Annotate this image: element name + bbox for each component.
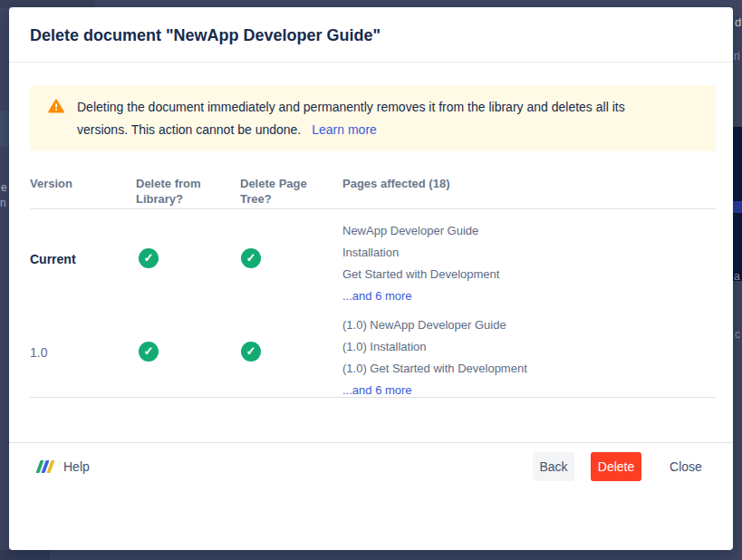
background-app-peek-left-panel (0, 111, 9, 147)
page-title: Get Started with Development (342, 264, 499, 285)
page-title: Installation (342, 242, 499, 264)
show-more-pages-link[interactable]: ...and 6 more (342, 289, 412, 303)
warning-message: Deleting the document immediately and pe… (77, 96, 677, 141)
pages-affected-list: (1.0) NewApp Developer Guide (1.0) Insta… (342, 314, 527, 401)
close-button[interactable]: Close (660, 452, 712, 481)
background-clipped-text: e (1, 181, 7, 194)
footer-divider (9, 442, 733, 443)
column-header-delete-page-tree: Delete Page Tree? (240, 176, 316, 207)
k15t-logo-icon (36, 459, 54, 474)
delete-document-dialog: Delete document "NewApp Developer Guide"… (9, 7, 733, 550)
warning-banner: Deleting the document immediately and pe… (30, 85, 716, 151)
background-app-peek-bottom (0, 550, 50, 560)
column-header-version: Version (30, 176, 72, 191)
check-circle-icon: ✓ (139, 342, 159, 362)
page-title: (1.0) NewApp Developer Guide (342, 314, 527, 336)
check-circle-icon: ✓ (241, 342, 261, 362)
column-header-delete-from-library: Delete from Library? (136, 176, 212, 207)
version-cell-current: Current (30, 252, 76, 266)
check-circle-icon: ✓ (139, 248, 159, 268)
show-more-pages-link[interactable]: ...and 6 more (342, 383, 412, 397)
page-title: (1.0) Get Started with Development (342, 358, 527, 380)
background-clipped-text: a (734, 270, 740, 283)
background-clipped-text: c (735, 328, 740, 341)
learn-more-link[interactable]: Learn more (312, 122, 377, 137)
dialog-title: Delete document "NewApp Developer Guide" (30, 26, 381, 45)
page-title: NewApp Developer Guide (342, 220, 499, 242)
background-app-peek-top (0, 0, 95, 7)
background-clipped-text: d (735, 16, 741, 29)
column-header-pages-affected: Pages affected (18) (342, 176, 450, 191)
background-clipped-text: ri (734, 50, 740, 63)
table-bottom-divider (30, 397, 716, 398)
table-header-divider (30, 208, 716, 209)
header-divider (9, 62, 733, 63)
delete-button[interactable]: Delete (591, 452, 641, 481)
background-app-peek-right-highlight (733, 201, 742, 213)
help-button[interactable]: Help (36, 459, 90, 474)
help-label: Help (63, 459, 90, 474)
warning-triangle-icon (48, 99, 64, 117)
back-button[interactable]: Back (533, 452, 574, 481)
page-title: (1.0) Installation (342, 336, 527, 358)
version-cell-1-0: 1.0 (30, 345, 47, 360)
check-circle-icon: ✓ (241, 248, 261, 268)
pages-affected-list: NewApp Developer Guide Installation Get … (342, 220, 499, 307)
